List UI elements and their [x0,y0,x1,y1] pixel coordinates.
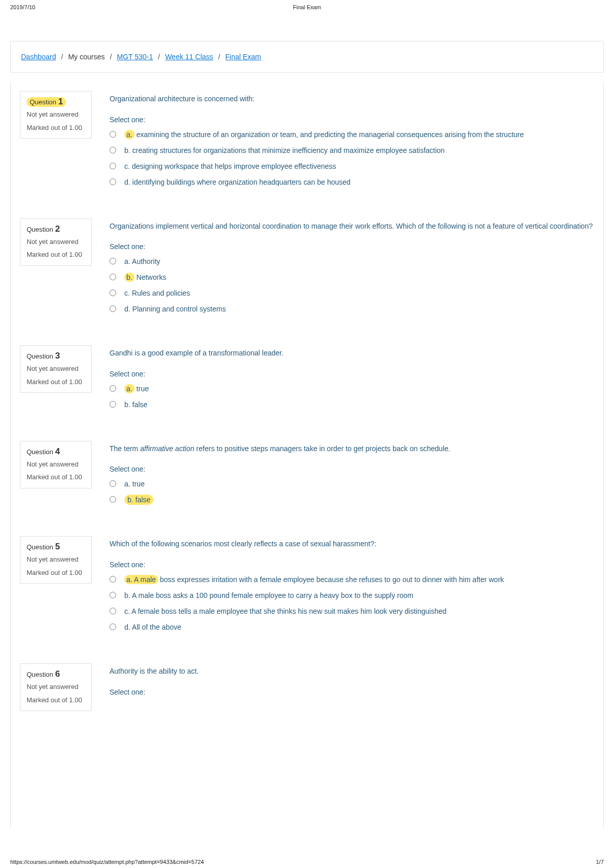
question-content: The term affirmative action refers to po… [92,441,594,508]
question-block: Question 3Not yet answeredMarked out of … [20,345,594,413]
answer-text: a. true [124,384,149,394]
question-content: Gandhi is a good example of a transforma… [92,345,594,413]
breadcrumb-dashboard[interactable]: Dashboard [21,53,56,61]
answer-option: b. false [109,397,594,413]
answer-option: a. true [109,476,594,492]
breadcrumb-course[interactable]: MGT 530-1 [117,53,153,61]
question-label: Question 3 [27,351,85,361]
question-grade: Marked out of 1.00 [27,250,85,259]
answer-option: d. All of the above [109,619,594,635]
answer-radio[interactable] [109,147,116,153]
breadcrumb-mycourses: My courses [68,53,105,61]
question-grade: Marked out of 1.00 [27,696,85,705]
answer-text: b. Networks [124,272,166,283]
question-state: Not yet answered [27,110,85,119]
answer-radio[interactable] [109,608,116,614]
print-date: 2019/7/10 [10,4,35,10]
answer-text: d. identifying buildings where organizat… [124,177,350,188]
question-block: Question 4Not yet answeredMarked out of … [20,441,594,508]
question-state: Not yet answered [27,555,85,564]
answer-option: a. true [109,381,594,397]
question-label: Question 2 [27,224,85,234]
answer-option: a. A male boss expresses irritation with… [109,572,594,588]
answer-radio[interactable] [109,576,116,583]
question-info: Question 4Not yet answeredMarked out of … [20,441,92,488]
answer-text: a. A male boss expresses irritation with… [124,574,504,585]
select-one-prompt: Select one: [109,370,594,378]
answer-radio[interactable] [109,131,116,138]
question-block: Question 2Not yet answeredMarked out of … [20,218,594,318]
answer-radio[interactable] [109,496,116,503]
question-block: Question 5Not yet answeredMarked out of … [20,536,594,635]
quiz-content: Question 1Not yet answeredMarked out of … [10,82,604,829]
question-label: Question 6 [27,669,85,679]
question-info: Question 5Not yet answeredMarked out of … [20,536,92,584]
answer-radio[interactable] [109,385,116,392]
answer-text: c. A female boss tells a male employee t… [124,606,447,617]
breadcrumb-exam[interactable]: Final Exam [225,53,261,61]
answer-text: b. false [124,399,147,410]
answer-text: b. creating structures for organizations… [124,145,445,156]
question-state: Not yet answered [27,364,85,373]
question-grade: Marked out of 1.00 [27,568,85,577]
answer-option: b. A male boss asks a 100 pound female e… [109,588,594,604]
question-info: Question 3Not yet answeredMarked out of … [20,345,92,393]
answer-option: b. creating structures for organizations… [109,143,594,159]
answer-text: c. designing workspace that helps improv… [124,161,336,172]
answer-radio[interactable] [109,290,116,296]
answer-radio[interactable] [109,305,116,312]
answer-option: a. examining the structure of an organiz… [109,127,594,143]
answer-radio[interactable] [109,163,116,169]
answer-radio[interactable] [109,179,116,185]
answer-radio[interactable] [109,258,116,264]
select-one-prompt: Select one: [109,688,594,696]
answer-radio[interactable] [109,480,116,487]
question-label: Question 5 [27,542,85,552]
question-state: Not yet answered [27,460,85,469]
question-content: Organizational architecture is concerned… [92,91,594,190]
select-one-prompt: Select one: [109,116,594,124]
footer-page: 1/7 [596,859,604,865]
answer-text: c. Rules and policies [124,288,190,299]
question-grade: Marked out of 1.00 [27,377,85,387]
question-content: Organizations implement vertical and hor… [92,218,594,318]
answer-text: d. All of the above [124,622,181,633]
question-grade: Marked out of 1.00 [27,473,85,482]
question-content: Which of the following scenarios most cl… [92,536,594,635]
answer-option: c. Rules and policies [109,285,594,301]
breadcrumb-sep: / [61,53,63,61]
answer-radio[interactable] [109,274,116,280]
answer-text: a. examining the structure of an organiz… [124,129,524,140]
answer-text: b. A male boss asks a 100 pound female e… [124,590,413,601]
answer-text: a. true [124,479,145,489]
select-one-prompt: Select one: [109,242,594,251]
breadcrumb-week[interactable]: Week 11 Class [165,53,213,61]
question-label: Question 4 [27,447,85,457]
question-block: Question 6Not yet answeredMarked out of … [20,663,594,711]
answer-radio[interactable] [109,401,116,408]
answer-radio[interactable] [109,592,116,598]
select-one-prompt: Select one: [109,561,594,569]
answer-option: b. false [109,492,594,508]
print-title: Final Exam [293,4,321,10]
answer-text: d. Planning and control systems [124,304,226,315]
question-content: Authority is the ability to act.Select o… [92,663,594,699]
question-label: Question 1 [27,97,85,107]
question-info: Question 1Not yet answeredMarked out of … [20,91,92,139]
question-info: Question 2Not yet answeredMarked out of … [20,218,92,266]
breadcrumb-sep: / [110,53,112,61]
answer-option: c. designing workspace that helps improv… [109,159,594,174]
question-state: Not yet answered [27,237,85,247]
answer-text: a. Authority [124,256,160,267]
question-state: Not yet answered [27,682,85,692]
answer-text: b. false [124,495,154,505]
question-grade: Marked out of 1.00 [27,123,85,132]
question-info: Question 6Not yet answeredMarked out of … [20,663,92,711]
breadcrumb-sep: / [158,53,160,61]
question-text: Organizations implement vertical and hor… [109,221,594,232]
answer-radio[interactable] [109,624,116,630]
footer-url: https://courses.umtweb.edu/mod/quiz/atte… [10,859,204,865]
answer-option: d. Planning and control systems [109,301,594,317]
question-block: Question 1Not yet answeredMarked out of … [20,91,594,190]
answer-option: b. Networks [109,270,594,285]
